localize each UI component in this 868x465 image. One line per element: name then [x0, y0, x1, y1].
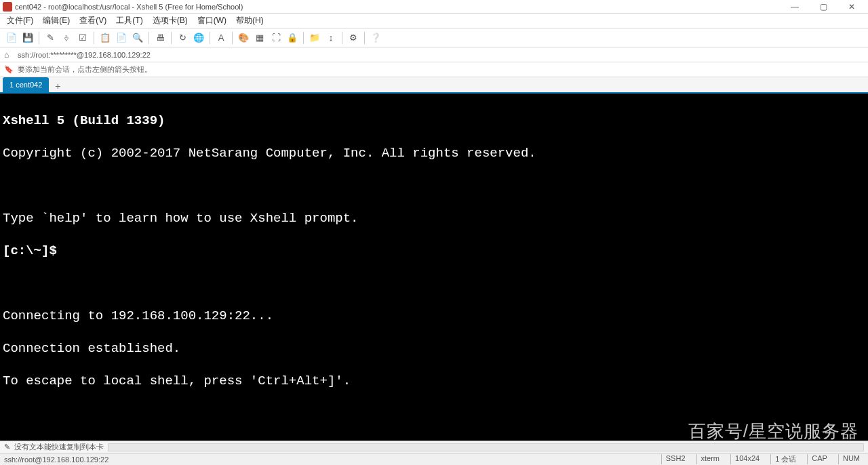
tab-add-button[interactable]: + [52, 80, 64, 92]
menu-edit[interactable]: 编辑(E) [39, 14, 74, 28]
tab-label: 1 cent042 [9, 81, 42, 89]
bookmark-icon[interactable]: 🔖 [4, 65, 14, 74]
status-cap: CAP [807, 454, 831, 464]
terminal-line: Copyright (c) 2002-2017 NetSarang Comput… [3, 145, 865, 161]
session-icon[interactable]: 📁 [307, 31, 322, 45]
fullscreen-icon[interactable]: ⛶ [269, 31, 283, 45]
disconnect-icon[interactable]: ⎀ [59, 31, 74, 45]
status-sessions: 1 会话 [770, 454, 800, 464]
tabbar: 1 cent042 + [0, 77, 868, 94]
menu-tabs[interactable]: 选项卡(B) [149, 14, 192, 28]
maximize-button[interactable]: ▢ [810, 1, 837, 13]
settings-icon[interactable]: ⚙ [346, 31, 361, 45]
layout-icon[interactable]: ▦ [252, 31, 267, 45]
status-num: NUM [838, 454, 864, 464]
separator [303, 32, 304, 44]
terminal-line: Xshell 5 (Build 1339) [3, 113, 865, 129]
window-title: cent042 - root@localhost:/usr/local - Xs… [15, 3, 781, 11]
print-icon[interactable]: 🖶 [153, 31, 167, 45]
reconnect-icon[interactable]: ↻ [175, 31, 190, 45]
menu-view[interactable]: 查看(V) [75, 14, 111, 28]
help-icon[interactable]: ❔ [368, 31, 383, 45]
separator [39, 32, 39, 44]
save-icon[interactable]: 💾 [20, 31, 35, 45]
bottombar: ✎ 没有文本能快速复制到本卡 [0, 441, 868, 453]
terminal-line: [c:\~]$ [3, 243, 865, 259]
find-icon[interactable]: 🔍 [130, 31, 145, 45]
hintbar: 🔖 要添加当前会话，点击左侧的箭头按钮。 [0, 62, 868, 77]
paste-icon[interactable]: 📄 [114, 31, 129, 45]
menubar: 文件(F) 编辑(E) 查看(V) 工具(T) 选项卡(B) 窗口(W) 帮助(… [0, 14, 868, 28]
menu-help[interactable]: 帮助(H) [232, 14, 268, 28]
titlebar: cent042 - root@localhost:/usr/local - Xs… [0, 0, 868, 14]
menu-file[interactable]: 文件(F) [3, 14, 37, 28]
menu-tools[interactable]: 工具(T) [112, 14, 146, 28]
status-protocol: SSH2 [661, 454, 690, 464]
status-size: 104x24 [730, 454, 764, 464]
separator [210, 32, 210, 44]
separator [364, 32, 365, 44]
separator [94, 32, 94, 44]
status-term: xterm [696, 454, 724, 464]
lock-icon[interactable]: 🔒 [285, 31, 300, 45]
address-input[interactable] [18, 51, 864, 59]
terminal-line [3, 178, 865, 194]
addressbar: ⌂ [0, 47, 868, 62]
color-icon[interactable]: 🎨 [236, 31, 251, 45]
separator [232, 32, 233, 44]
new-session-icon[interactable]: 📄 [4, 31, 19, 45]
properties-icon[interactable]: ☑ [75, 31, 90, 45]
status-right: SSH2 xterm 104x24 1 会话 CAP NUM [661, 454, 864, 464]
watermark: 百家号/星空说服务器 [688, 423, 859, 439]
terminal-line [3, 405, 865, 422]
connect-icon[interactable]: ✎ [43, 31, 58, 45]
statusbar: ssh://root@192.168.100.129:22 SSH2 xterm… [0, 453, 868, 465]
terminal-line: Connecting to 192.168.100.129:22... [3, 308, 865, 324]
scrollbar-horizontal[interactable] [108, 443, 864, 451]
status-connection: ssh://root@192.168.100.129:22 [4, 456, 661, 464]
transfer-icon[interactable]: ↕ [323, 31, 338, 45]
toolbar: 📄 💾 ✎ ⎀ ☑ 📋 📄 🔍 🖶 ↻ 🌐 A 🎨 ▦ ⛶ 🔒 📁 ↕ ⚙ ❔ [0, 28, 868, 47]
minimize-button[interactable]: — [781, 1, 808, 13]
bottombar-text: 没有文本能快速复制到本卡 [14, 442, 104, 452]
globe-icon[interactable]: 🌐 [191, 31, 206, 45]
terminal[interactable]: Xshell 5 (Build 1339) Copyright (c) 2002… [0, 94, 868, 441]
font-icon[interactable]: A [214, 31, 229, 45]
host-icon: ⌂ [4, 50, 14, 60]
menu-window[interactable]: 窗口(W) [193, 14, 231, 28]
copy-icon[interactable]: 📋 [98, 31, 113, 45]
tab-session-1[interactable]: 1 cent042 [3, 77, 49, 92]
separator [171, 32, 172, 44]
terminal-line [3, 275, 865, 291]
terminal-line: Type `help' to learn how to use Xshell p… [3, 210, 865, 226]
window-controls: — ▢ ✕ [781, 1, 865, 13]
hint-text: 要添加当前会话，点击左侧的箭头按钮。 [18, 64, 152, 75]
app-icon [3, 2, 12, 12]
compose-icon[interactable]: ✎ [4, 443, 10, 451]
close-button[interactable]: ✕ [838, 1, 865, 13]
separator [342, 32, 342, 44]
terminal-line: Connection established. [3, 340, 865, 357]
terminal-line: To escape to local shell, press 'Ctrl+Al… [3, 373, 865, 389]
separator [149, 32, 149, 44]
